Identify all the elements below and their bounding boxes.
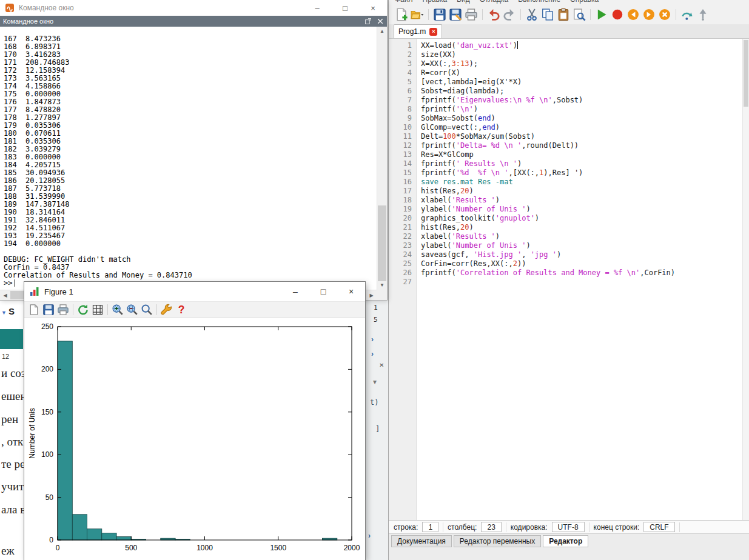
grid-icon[interactable] xyxy=(92,304,104,316)
line-number: 5 xyxy=(389,78,412,87)
toolbar-separator xyxy=(520,9,521,20)
bottom-tab-documentation[interactable]: Документация xyxy=(391,535,452,547)
close-button[interactable]: × xyxy=(337,282,365,301)
settings-wrench-icon[interactable] xyxy=(161,304,173,316)
scroll-down-icon[interactable]: ▼ xyxy=(377,281,387,290)
occluded-fragment: › xyxy=(371,350,374,358)
bottom-tab-editor[interactable]: Редактор xyxy=(543,535,588,547)
scroll-left-icon[interactable]: ◀ xyxy=(0,290,10,300)
histogram-canvas[interactable]: 0500100015002000050100150200250Number of… xyxy=(24,319,364,560)
status-encoding-value: UTF-8 xyxy=(552,522,585,532)
code-line: fprintf('Delta= %d \n ',round(Delt)) xyxy=(421,141,749,150)
line-number: 9 xyxy=(389,114,412,123)
code-editor[interactable]: 1234567891011121314151617181920212223242… xyxy=(389,39,749,520)
scroll-right-icon[interactable]: ▶ xyxy=(366,290,377,300)
tab-prog1[interactable]: Prog1.m × xyxy=(394,24,442,38)
command-window-titlebar[interactable]: Командное окно – □ × xyxy=(0,0,387,16)
y-tick-label: 100 xyxy=(41,450,53,459)
window-controls: – □ × xyxy=(281,282,365,301)
cut-icon[interactable] xyxy=(525,8,539,21)
histogram-bar xyxy=(72,515,87,540)
redo-icon[interactable] xyxy=(503,8,516,21)
find-icon[interactable] xyxy=(573,8,586,21)
line-number: 18 xyxy=(389,196,412,205)
zoom-out-icon[interactable] xyxy=(126,304,138,316)
x-tick-label: 0 xyxy=(56,544,60,552)
new-script-icon[interactable] xyxy=(395,8,408,21)
command-window-title: Командное окно xyxy=(19,4,74,12)
help-icon[interactable]: ? xyxy=(175,304,187,316)
menu-view[interactable]: Вид xyxy=(457,0,470,4)
refresh-icon[interactable] xyxy=(77,304,89,316)
command-vertical-scrollbar[interactable]: ▲ ▼ xyxy=(377,27,387,290)
x-tick-label: 2000 xyxy=(344,544,360,552)
menu-bar: Файл Правка Вид Отладка Выполнение Справ… xyxy=(389,0,749,5)
dock-icon[interactable] xyxy=(364,18,372,25)
minimize-button[interactable]: – xyxy=(303,0,331,16)
editor-scrollbar-thumb[interactable] xyxy=(744,40,748,107)
undo-icon[interactable] xyxy=(487,8,500,21)
spreadsheet-column-header: ▼S xyxy=(1,306,15,316)
figure-logo-icon xyxy=(30,287,39,296)
step-out-icon[interactable] xyxy=(696,8,710,21)
save-icon[interactable] xyxy=(433,8,446,21)
command-output-area[interactable]: 167 8.473236168 6.898371170 3.416283171 … xyxy=(0,27,377,290)
close-icon[interactable] xyxy=(377,18,384,25)
octave-logo-icon xyxy=(5,3,15,13)
next-breakpoint-icon[interactable] xyxy=(642,8,656,21)
line-number: 7 xyxy=(389,96,412,105)
code-line: Sobst=diag(lambda); xyxy=(421,87,749,96)
command-dock-header[interactable]: Командное окно xyxy=(0,16,387,27)
editor-scrollbar[interactable] xyxy=(742,39,749,520)
toolbar-separator xyxy=(156,304,157,315)
svg-text:?: ? xyxy=(178,304,185,316)
menu-help[interactable]: Справка xyxy=(570,0,599,4)
menu-run[interactable]: Выполнение xyxy=(518,0,560,4)
open-file-icon[interactable] xyxy=(411,8,424,21)
copy-icon[interactable] xyxy=(541,8,554,21)
line-number: 25 xyxy=(389,259,412,268)
histogram-bars xyxy=(58,341,337,540)
save-figure-icon[interactable] xyxy=(42,304,55,316)
menu-debug[interactable]: Отладка xyxy=(480,0,508,4)
step-over-icon[interactable] xyxy=(680,8,694,21)
remove-breakpoints-icon[interactable] xyxy=(658,8,671,21)
print-icon[interactable] xyxy=(465,8,478,21)
bottom-tab-variable-editor[interactable]: Редактор переменных xyxy=(454,535,541,547)
tab-close-icon[interactable]: × xyxy=(429,28,437,36)
editor-caret xyxy=(517,41,518,49)
minimize-button[interactable]: – xyxy=(281,282,309,301)
run-icon[interactable] xyxy=(595,8,608,21)
autoscale-icon[interactable] xyxy=(141,304,153,316)
scrollbar-thumb[interactable] xyxy=(378,205,386,281)
figure-titlebar[interactable]: Figure 1 – □ × xyxy=(24,282,365,301)
maximize-button[interactable]: □ xyxy=(331,0,359,16)
previous-breakpoint-icon[interactable] xyxy=(626,8,640,21)
menu-file[interactable]: Файл xyxy=(395,0,413,4)
spreadsheet-selected-cell xyxy=(0,329,23,349)
code-line: fprintf(' Results \n ') xyxy=(421,159,749,168)
new-doc-icon[interactable] xyxy=(28,304,40,316)
menu-edit[interactable]: Правка xyxy=(423,0,448,4)
figure-plot[interactable]: 0500100015002000050100150200250Number of… xyxy=(24,319,365,560)
save-as-icon[interactable] xyxy=(449,8,462,21)
command-output-lines: 167 8.473236168 6.898371170 3.416283171 … xyxy=(4,35,377,279)
scroll-up-icon[interactable]: ▲ xyxy=(377,27,387,36)
status-col-label: столбец: xyxy=(448,523,477,532)
maximize-button[interactable]: □ xyxy=(309,282,337,301)
zoom-in-icon[interactable] xyxy=(112,304,124,316)
close-button[interactable]: × xyxy=(359,0,387,16)
word-fragment: , отк xyxy=(1,435,23,448)
status-separator xyxy=(589,522,589,532)
print-figure-icon[interactable] xyxy=(57,304,69,316)
line-number: 20 xyxy=(389,214,412,223)
y-tick-label: 200 xyxy=(41,365,53,373)
occluded-close-icon: ✕ xyxy=(379,362,384,368)
paste-icon[interactable] xyxy=(557,8,570,21)
toggle-breakpoint-icon[interactable] xyxy=(611,8,624,21)
occluded-fragment: › xyxy=(368,532,371,540)
code-area[interactable]: XX=load('dan_vuz.txt')size(XX)X=XX(:,3:1… xyxy=(417,39,749,520)
menu-bar-items: Файл Правка Вид Отладка Выполнение Справ… xyxy=(395,0,599,4)
code-line: GlComp=vect(:,end) xyxy=(421,123,749,132)
code-line: XX=load('dan_vuz.txt') xyxy=(421,41,749,50)
